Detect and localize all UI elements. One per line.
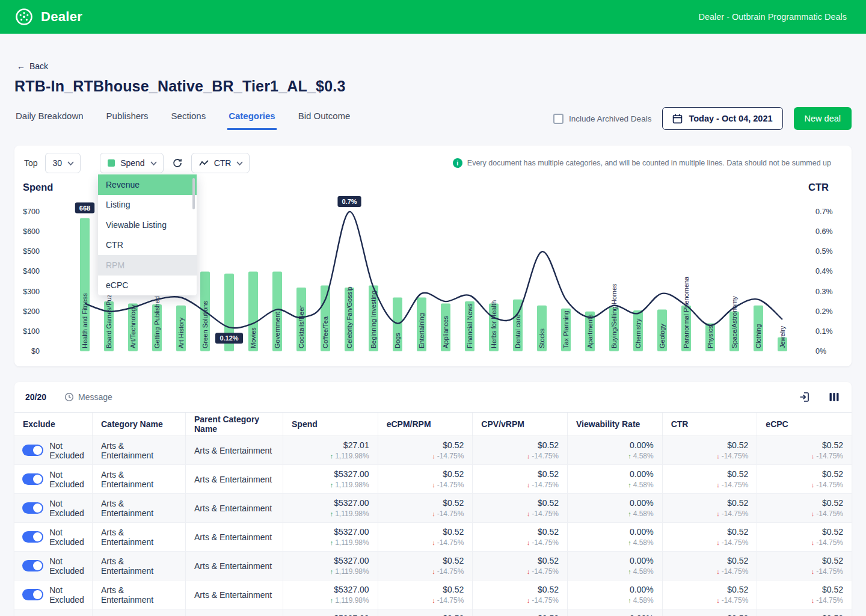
metric-delta: ↓-14.75%: [432, 452, 464, 460]
category-label: Green Solutions: [201, 301, 209, 348]
metric-cell: $0.52↓-14.75%: [473, 552, 568, 580]
metric-value: $0.52: [822, 614, 843, 616]
metric-cell: $5327.00↑1,119.98%: [283, 609, 378, 616]
exclude-toggle[interactable]: [22, 560, 43, 571]
export-button[interactable]: [797, 390, 812, 404]
message-item[interactable]: Message: [64, 392, 112, 402]
table-row: Not ExcludedArts & EntertainmentArts & E…: [14, 523, 852, 552]
metric-select[interactable]: Spend: [100, 153, 163, 173]
tab-daily-breakdown[interactable]: Daily Breakdown: [14, 107, 85, 130]
chevron-down-icon: [236, 161, 243, 165]
right-axis-tick: 0.2%: [815, 307, 833, 316]
metric-cell: 0.00%↑4.58%: [568, 609, 663, 616]
up-arrow-icon: ↑: [628, 481, 631, 488]
down-arrow-icon: ↓: [432, 452, 435, 460]
metric-cell: $0.52↓-14.75%: [378, 465, 473, 493]
metric-cell: $0.52↓-14.75%: [663, 436, 758, 464]
metric-delta: ↑4.58%: [628, 510, 654, 518]
metric-value: $0.52: [822, 440, 843, 450]
overlay-select[interactable]: CTR: [191, 153, 250, 173]
down-arrow-icon: ↓: [716, 539, 720, 546]
column-header-ctr: CTR: [663, 413, 758, 436]
left-axis-tick: $600: [23, 227, 40, 236]
up-arrow-icon: ↑: [330, 481, 334, 488]
category-label: Geology: [659, 324, 666, 348]
metric-delta: ↓-14.75%: [811, 596, 843, 605]
metric-cell: 0.00%↑4.58%: [568, 581, 663, 609]
category-label: Movies: [250, 327, 257, 348]
dropdown-item[interactable]: Revenue: [98, 174, 197, 195]
tab-categories[interactable]: Categories: [227, 107, 277, 130]
exclude-toggle[interactable]: [22, 445, 43, 456]
exclude-toggle[interactable]: [22, 589, 43, 600]
date-picker-button[interactable]: Today - Oct 04, 2021: [662, 107, 782, 130]
exclude-toggle[interactable]: [22, 473, 43, 485]
down-arrow-icon: ↓: [811, 539, 815, 546]
metric-select-value: Spend: [120, 158, 144, 168]
metric-value: $0.52: [822, 527, 843, 537]
parent-category-name: Arts & Entertainment: [186, 581, 283, 609]
down-arrow-icon: ↓: [527, 510, 530, 517]
refresh-icon: [172, 158, 183, 168]
metric-delta: ↑1,119.98%: [330, 567, 369, 576]
brand[interactable]: Dealer: [14, 7, 82, 26]
info-icon: i: [453, 158, 462, 168]
dropdown-item[interactable]: Listing: [98, 195, 197, 215]
metric-delta: ↓-14.75%: [527, 538, 559, 547]
metric-cell: $0.52↓-14.75%: [378, 523, 473, 551]
column-header-ecpm-rpm: eCPM/RPM: [378, 413, 473, 436]
metric-delta: ↓-14.75%: [811, 567, 843, 576]
clock-icon: [64, 392, 74, 402]
columns-button[interactable]: [828, 390, 841, 404]
metric-value: $5327.00: [334, 469, 369, 479]
metric-cell: $0.52↓-14.75%: [663, 494, 758, 522]
down-arrow-icon: ↓: [716, 510, 720, 517]
parent-category-name: Arts & Entertainment: [186, 436, 283, 464]
exclude-toggle[interactable]: [22, 502, 43, 514]
exclude-label: Not Excluded: [49, 614, 84, 616]
exclude-toggle[interactable]: [22, 531, 43, 543]
metric-delta: ↓-14.75%: [432, 596, 464, 605]
metric-delta: ↑1,119.98%: [330, 596, 369, 605]
dropdown-scrollbar[interactable]: [192, 178, 195, 209]
category-name: Arts & Entertainment: [93, 465, 186, 493]
metric-value: $0.52: [538, 556, 559, 565]
dropdown-item[interactable]: Viewable Listing: [98, 215, 197, 235]
tabs: Daily Breakdown Publishers Sections Cate…: [14, 107, 351, 130]
tab-publishers[interactable]: Publishers: [105, 107, 150, 130]
back-link[interactable]: ← Back: [17, 61, 48, 71]
include-archived-checkbox[interactable]: Include Archived Deals: [553, 114, 651, 124]
tab-bid-outcome[interactable]: Bid Outcome: [297, 107, 352, 130]
dropdown-item[interactable]: CTR: [98, 235, 197, 256]
category-label: Buying/Selling Homes: [610, 283, 618, 348]
brand-name: Dealer: [41, 9, 82, 25]
metric-value: 0.00%: [630, 556, 654, 565]
right-axis-tick: 0.3%: [815, 288, 833, 296]
metric-cell: 0.00%↑4.58%: [568, 523, 663, 551]
right-axis-tick: 0.1%: [815, 327, 833, 336]
metric-cell: $0.52↓-14.75%: [663, 523, 758, 551]
metric-cell: $0.52↓-14.75%: [378, 609, 473, 616]
category-label: Art/Technology: [129, 304, 137, 348]
metric-cell: $5327.00↑1,119.98%: [283, 494, 378, 522]
metric-value: $0.52: [822, 498, 843, 508]
tab-sections[interactable]: Sections: [170, 107, 207, 130]
left-axis-tick: $0: [31, 347, 40, 356]
parent-category-name: Arts & Entertainment: [186, 465, 283, 493]
metric-delta: ↓-14.75%: [811, 510, 843, 518]
left-axis-tick: $400: [23, 267, 40, 276]
back-label: Back: [29, 61, 48, 71]
new-deal-button[interactable]: New deal: [794, 107, 852, 130]
checkbox-icon[interactable]: [553, 114, 564, 124]
dropdown-item[interactable]: eCPC: [98, 276, 197, 296]
top-count-select[interactable]: 30: [45, 153, 81, 173]
metric-delta: ↓-14.75%: [432, 567, 464, 576]
top-navbar: Dealer Dealer - Outbrain Programmatic De…: [0, 0, 866, 34]
up-arrow-icon: ↑: [628, 597, 631, 604]
metric-cell: $0.52↓-14.75%: [757, 609, 852, 616]
metric-cell: $0.52↓-14.75%: [378, 552, 473, 580]
metric-value: $5327.00: [334, 556, 369, 565]
up-arrow-icon: ↑: [628, 510, 631, 517]
down-arrow-icon: ↓: [716, 597, 720, 604]
refresh-button[interactable]: [171, 156, 184, 170]
